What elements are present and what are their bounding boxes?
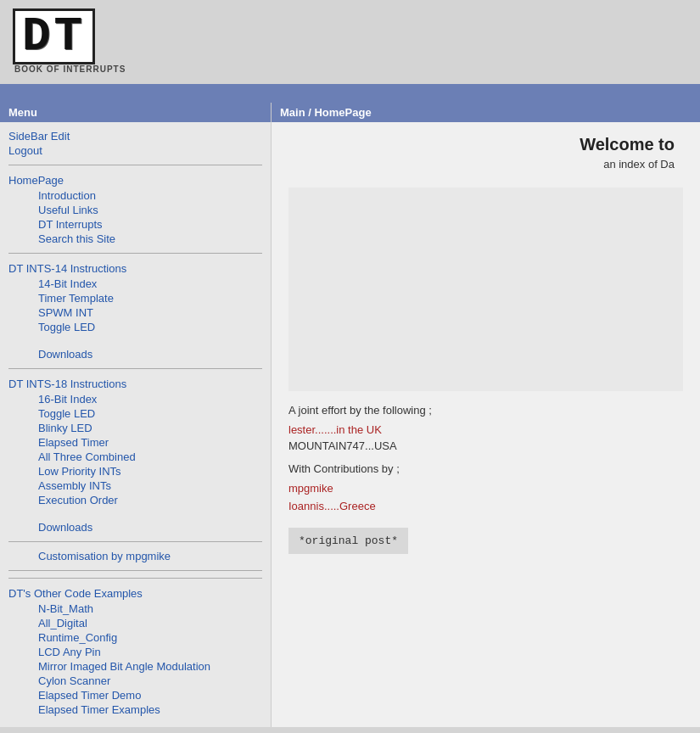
contributor-mountain: MOUNTAIN747...USA	[288, 439, 397, 452]
sidebar-item-all-digital[interactable]: All_Digital	[38, 616, 262, 630]
contributor-lester[interactable]: lester.......in the UK	[288, 422, 683, 439]
sidebar-ints18-items: 16-Bit Index Toggle LED Blinky LED Elaps…	[8, 392, 262, 507]
sidebar-ints18-extra: Downloads	[8, 520, 262, 534]
sidebar-item-14bit-index[interactable]: 14-Bit Index	[38, 277, 262, 291]
divider-1	[8, 165, 262, 165]
divider-6	[8, 578, 262, 579]
welcome-subtitle: an index of Da	[288, 158, 683, 171]
sidebar-item-elapsed-timer-examples[interactable]: Elapsed Timer Examples	[38, 702, 262, 717]
divider-2	[8, 253, 262, 254]
sidebar-item-nbit-math[interactable]: N-Bit_Math	[38, 602, 262, 616]
sidebar-group-homepage: HomePage Introduction Useful Links DT In…	[8, 172, 262, 246]
sidebar-item-assembly-ints[interactable]: Assembly INTs	[38, 478, 262, 493]
sidebar-item-lcd-any-pin[interactable]: LCD Any Pin	[38, 645, 262, 659]
logo-subtitle: BOOK OF INTERRUPTS	[14, 64, 126, 74]
sidebar-item-timer-template[interactable]: Timer Template	[38, 291, 262, 305]
sidebar-content: SideBar Edit Logout HomePage Introductio…	[0, 122, 271, 727]
sidebar-group-ints18: DT INTS-18 Instructions 16-Bit Index Tog…	[8, 376, 262, 534]
header-image	[288, 187, 683, 391]
sidebar-item-16bit-index[interactable]: 16-Bit Index	[38, 392, 262, 406]
sidebar-ints14-extra: Downloads	[8, 347, 262, 361]
sidebar-ints14-items: 14-Bit Index Timer Template SPWM INT Tog…	[8, 277, 262, 334]
logo-container: DT BOOK OF INTERRUPTS	[13, 8, 126, 77]
contributions-section: With Contributions by ; mpgmike Ioannis.…	[288, 462, 683, 516]
sidebar-header: Menu	[0, 103, 271, 122]
section-ints18[interactable]: DT INTS-18 Instructions	[8, 376, 262, 392]
sidebar-item-spwm-int[interactable]: SPWM INT	[38, 305, 262, 320]
contributor-mpgmike[interactable]: mpgmike	[288, 480, 683, 498]
sidebar-item-execution-order[interactable]: Execution Order	[38, 493, 262, 507]
sidebar-item-toggle-led-14[interactable]: Toggle LED	[38, 320, 262, 334]
divider-3	[8, 368, 262, 369]
sidebar-item-elapsed-timer[interactable]: Elapsed Timer	[38, 435, 262, 450]
welcome-subtitle-text: an index of Da	[603, 158, 675, 171]
sidebar-item-runtime-config[interactable]: Runtime_Config	[38, 630, 262, 645]
sidebar-group-other: DT's Other Code Examples N-Bit_Math All_…	[8, 585, 262, 717]
sidebar-item-dt-interrupts[interactable]: DT Interrupts	[38, 217, 262, 232]
logo-dt: DT	[13, 8, 95, 64]
sidebar-item-useful-links[interactable]: Useful Links	[38, 203, 262, 217]
sidebar-item-low-priority[interactable]: Low Priority INTs	[38, 464, 262, 478]
original-post-box: *original post*	[288, 528, 408, 554]
divider-4	[8, 541, 262, 542]
sidebar-group-ints14: DT INTS-14 Instructions 14-Bit Index Tim…	[8, 260, 262, 361]
content-body: Welcome to an index of Da A joint effort…	[272, 122, 700, 567]
main-container: Menu SideBar Edit Logout HomePage Introd…	[0, 103, 700, 727]
contributions-label: With Contributions by ;	[288, 462, 683, 475]
sidebar-edit-link[interactable]: SideBar Edit	[8, 129, 262, 143]
sidebar-other-items: N-Bit_Math All_Digital Runtime_Config LC…	[8, 602, 262, 717]
sidebar-item-downloads-18[interactable]: Downloads	[38, 520, 262, 534]
sidebar-item-introduction[interactable]: Introduction	[38, 188, 262, 203]
sidebar-homepage-items: Introduction Useful Links DT Interrupts …	[8, 188, 262, 246]
sidebar-item-customisation[interactable]: Customisation by mpgmike	[38, 549, 262, 563]
sidebar-item-elapsed-timer-demo[interactable]: Elapsed Timer Demo	[38, 688, 262, 702]
sidebar-item-search[interactable]: Search this Site	[38, 232, 262, 246]
sidebar-customisation-items: Customisation by mpgmike	[8, 549, 262, 563]
contributor-ioannis[interactable]: Ioannis.....Greece	[288, 498, 683, 516]
sidebar-group-customisation: Customisation by mpgmike	[8, 549, 262, 563]
sidebar-item-cylon-scanner[interactable]: Cylon Scanner	[38, 674, 262, 688]
sidebar-item-downloads-14[interactable]: Downloads	[38, 347, 262, 361]
page-header: DT BOOK OF INTERRUPTS	[0, 0, 700, 84]
section-ints14[interactable]: DT INTS-14 Instructions	[8, 260, 262, 277]
joint-effort-label: A joint effort by the following ;	[288, 404, 683, 417]
logout-link[interactable]: Logout	[8, 143, 262, 158]
sidebar: Menu SideBar Edit Logout HomePage Introd…	[0, 103, 272, 727]
sidebar-item-blinky-led[interactable]: Blinky LED	[38, 421, 262, 435]
content-panel: Main / HomePage Welcome to an index of D…	[272, 103, 700, 727]
section-homepage[interactable]: HomePage	[8, 172, 262, 188]
welcome-title: Welcome to	[288, 135, 683, 154]
divider-5	[8, 570, 262, 571]
sidebar-item-toggle-led-18[interactable]: Toggle LED	[38, 406, 262, 421]
nav-bar	[0, 84, 700, 103]
section-other-code[interactable]: DT's Other Code Examples	[8, 585, 262, 602]
sidebar-item-all-three-combined[interactable]: All Three Combined	[38, 450, 262, 464]
content-header: Main / HomePage	[272, 103, 700, 122]
sidebar-item-mirror-imaged[interactable]: Mirror Imaged Bit Angle Modulation	[38, 659, 262, 674]
